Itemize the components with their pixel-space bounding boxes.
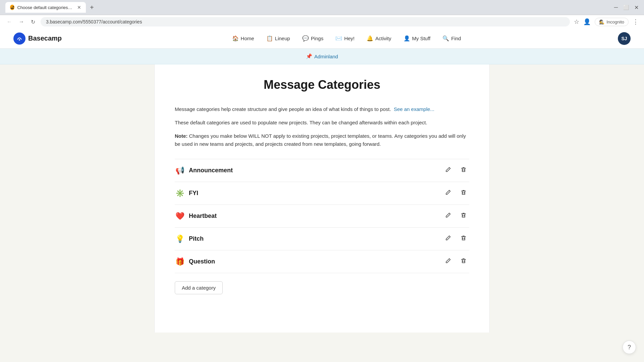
adminland-emoji: 📌 (306, 53, 312, 59)
nav-mystuff-label: My Stuff (412, 36, 431, 41)
nav-find[interactable]: 🔍 Find (437, 33, 466, 44)
lineup-icon: 📋 (266, 35, 273, 42)
help-button[interactable]: ? (623, 341, 636, 354)
announcement-name: Announcement (189, 167, 442, 174)
fyi-actions (442, 188, 469, 198)
question-emoji: 🎁 (175, 257, 185, 266)
app-nav: Basecamp 🏠 Home 📋 Lineup 💬 Pings ✉️ Hey!… (0, 28, 644, 49)
home-icon: 🏠 (232, 35, 239, 42)
outer-content: Message Categories Message categories he… (0, 64, 644, 333)
find-icon: 🔍 (442, 35, 449, 42)
pitch-emoji: 💡 (175, 235, 185, 243)
menu-icon[interactable]: ⋮ (633, 18, 639, 25)
svg-rect-11 (461, 236, 466, 237)
question-actions (442, 256, 469, 267)
user-avatar[interactable]: SJ (618, 32, 631, 45)
tab-title: Choose default categories for fu... (17, 5, 72, 10)
nav-hey-label: Hey! (344, 36, 355, 41)
nav-pings[interactable]: 💬 Pings (297, 33, 329, 44)
nav-pings-label: Pings (311, 36, 324, 41)
browser-tab[interactable]: 🏕 Choose default categories for fu... ✕ (5, 2, 86, 13)
categories-list: 📢 Announcement (175, 159, 469, 273)
nav-mystuff[interactable]: 👤 My Stuff (398, 33, 436, 44)
forward-button[interactable]: → (17, 17, 25, 26)
description-text-1: Message categories help create structure… (175, 106, 391, 112)
nav-activity[interactable]: 🔔 Activity (361, 33, 397, 44)
heartbeat-edit-button[interactable] (442, 211, 454, 221)
profile-icon[interactable]: 👤 (583, 18, 591, 25)
note-paragraph: Note: Changes you make below WILL NOT ap… (175, 132, 469, 148)
adminland-bar: 📌 Adminland (0, 49, 644, 64)
svg-rect-14 (461, 259, 466, 260)
note-body: Changes you make below WILL NOT apply to… (175, 133, 466, 147)
category-row: 📢 Announcement (175, 159, 469, 182)
nav-home-label: Home (241, 36, 254, 41)
category-row: 💡 Pitch (175, 228, 469, 250)
announcement-delete-button[interactable] (458, 165, 469, 176)
category-row: ❤️ Heartbeat (175, 205, 469, 228)
announcement-edit-button[interactable] (442, 165, 454, 176)
question-edit-button[interactable] (442, 256, 454, 267)
logo-area[interactable]: Basecamp (13, 33, 62, 45)
heartbeat-delete-button[interactable] (458, 211, 469, 221)
nav-lineup-label: Lineup (275, 36, 290, 41)
browser-chrome: 🏕 Choose default categories for fu... ✕ … (0, 0, 644, 28)
back-button[interactable]: ← (5, 17, 13, 26)
question-delete-button[interactable] (458, 256, 469, 267)
nav-links: 🏠 Home 📋 Lineup 💬 Pings ✉️ Hey! 🔔 Activi… (75, 33, 618, 44)
description-paragraph-2: These default categories are used to pop… (175, 119, 469, 127)
category-row: ✳️ FYI (175, 182, 469, 205)
svg-rect-8 (461, 214, 466, 214)
incognito-badge: 🕵 Incognito (595, 18, 629, 26)
svg-rect-5 (461, 191, 466, 191)
url-text: 3.basecamp.com/5550377/account/categorie… (46, 19, 142, 24)
add-category-button[interactable]: Add a category (175, 281, 223, 294)
note-prefix: Note: (175, 133, 187, 139)
heartbeat-emoji: ❤️ (175, 212, 185, 221)
nav-find-label: Find (451, 36, 461, 41)
see-example-link[interactable]: See an example... (394, 106, 434, 112)
logo-icon (13, 33, 25, 45)
svg-point-1 (19, 39, 20, 41)
page-wrapper: 📌 Adminland Message Categories Message c… (0, 49, 644, 362)
bookmark-icon[interactable]: ☆ (574, 18, 579, 25)
tab-favicon: 🏕 (10, 5, 14, 10)
question-name: Question (189, 258, 442, 265)
activity-icon: 🔔 (367, 35, 373, 42)
fyi-edit-button[interactable] (442, 188, 454, 198)
close-window-button[interactable]: ✕ (634, 4, 639, 11)
heartbeat-actions (442, 211, 469, 221)
nav-lineup[interactable]: 📋 Lineup (261, 33, 296, 44)
description-paragraph-1: Message categories help create structure… (175, 105, 469, 113)
pitch-edit-button[interactable] (442, 234, 454, 244)
pings-icon: 💬 (302, 35, 309, 42)
tab-close-button[interactable]: ✕ (77, 5, 81, 10)
pitch-name: Pitch (189, 235, 442, 242)
fyi-emoji: ✳️ (175, 189, 185, 198)
fyi-delete-button[interactable] (458, 188, 469, 198)
fyi-name: FYI (189, 190, 442, 197)
mystuff-icon: 👤 (404, 35, 410, 42)
logo-text: Basecamp (28, 35, 62, 42)
url-bar[interactable]: 3.basecamp.com/5550377/account/categorie… (41, 17, 570, 26)
heartbeat-name: Heartbeat (189, 213, 442, 220)
incognito-icon: 🕵 (599, 19, 604, 24)
announcement-emoji: 📢 (175, 166, 185, 175)
pitch-actions (442, 234, 469, 244)
adminland-link[interactable]: 📌 Adminland (306, 53, 338, 59)
pitch-delete-button[interactable] (458, 234, 469, 244)
nav-home[interactable]: 🏠 Home (227, 33, 260, 44)
svg-rect-2 (461, 168, 466, 169)
minimize-button[interactable]: ─ (614, 4, 618, 10)
address-bar: ← → ↻ 3.basecamp.com/5550377/account/cat… (0, 15, 644, 28)
svg-point-0 (16, 35, 23, 42)
category-row: 🎁 Question (175, 250, 469, 273)
page-title: Message Categories (175, 78, 469, 92)
reload-button[interactable]: ↻ (30, 17, 37, 26)
maximize-button[interactable]: ⬜ (623, 5, 629, 10)
new-tab-button[interactable]: + (87, 2, 97, 13)
adminland-text: Adminland (314, 54, 338, 59)
hey-icon: ✉️ (335, 35, 342, 42)
nav-hey[interactable]: ✉️ Hey! (330, 33, 360, 44)
content-area: Message Categories Message categories he… (154, 64, 490, 333)
